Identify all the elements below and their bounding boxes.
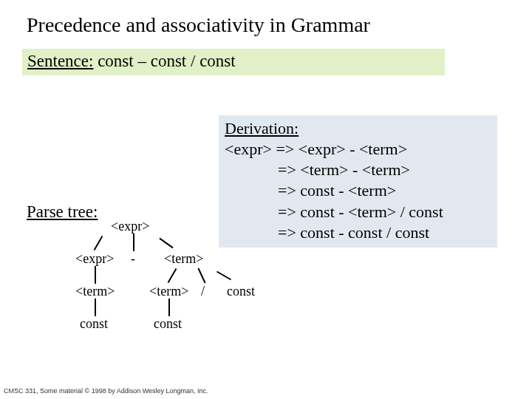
tree-edge bbox=[168, 268, 177, 283]
tree-edge bbox=[197, 268, 205, 284]
tree-node-root: <expr> bbox=[111, 219, 149, 234]
sentence-text: const – const / const bbox=[93, 52, 235, 70]
tree-node: const bbox=[80, 316, 108, 332]
tree-node: <term> bbox=[164, 251, 203, 267]
tree-node: / bbox=[201, 284, 205, 299]
parse-tree: <expr> <expr> - <term> <term> <term> / c… bbox=[75, 219, 319, 366]
tree-edge bbox=[95, 266, 96, 284]
tree-edge bbox=[159, 238, 173, 248]
tree-edge bbox=[95, 299, 96, 316]
tree-node: const bbox=[154, 316, 182, 332]
derivation-line: <expr> => <expr> - <term> bbox=[225, 139, 493, 160]
derivation-line: => <term> - <term> bbox=[225, 160, 493, 180]
tree-node: <term> bbox=[149, 284, 188, 299]
tree-node: const bbox=[227, 284, 255, 299]
sentence-box: Sentence: const – const / const bbox=[22, 49, 445, 75]
sentence-label: Sentence: bbox=[27, 52, 93, 70]
tree-node: <expr> bbox=[75, 251, 114, 267]
tree-edge bbox=[168, 299, 170, 316]
tree-node: - bbox=[131, 251, 135, 267]
tree-edge bbox=[133, 233, 134, 251]
page-title: Precedence and associativity in Grammar bbox=[0, 0, 532, 46]
footer-copyright: CMSC 331, Some material © 1998 by Addiso… bbox=[4, 387, 208, 395]
derivation-title: Derivation: bbox=[225, 119, 299, 137]
tree-node: <term> bbox=[75, 284, 115, 299]
derivation-line: => const - <term> bbox=[225, 180, 493, 201]
tree-edge bbox=[94, 236, 103, 250]
tree-edge bbox=[216, 271, 231, 281]
